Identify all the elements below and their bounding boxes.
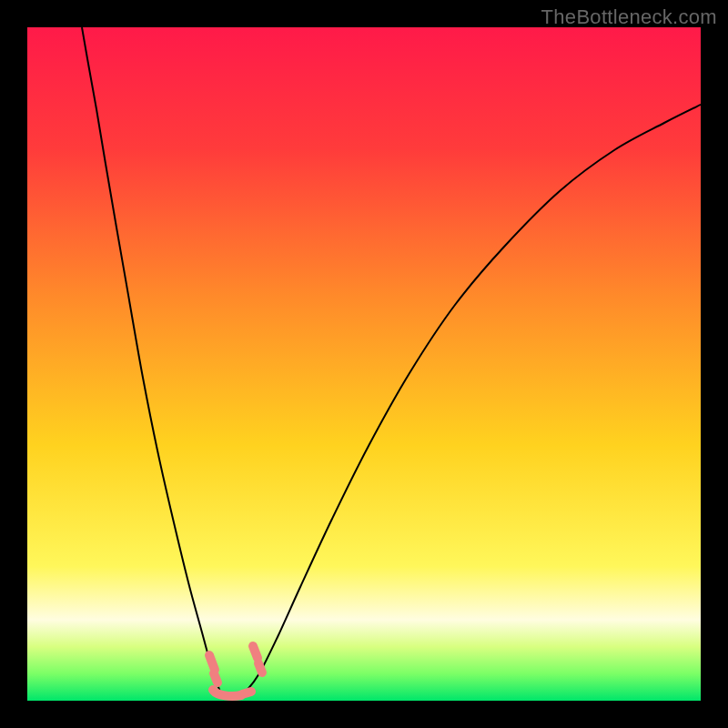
watermark-text: TheBottleneck.com: [541, 5, 717, 29]
valley-marker-4: [253, 646, 258, 658]
valley-marker-1: [214, 673, 217, 682]
chart-frame: TheBottleneck.com: [0, 0, 728, 728]
curve-right-branch: [237, 105, 701, 699]
valley-marker-3: [242, 692, 251, 694]
valley-marker-2: [213, 690, 241, 696]
curve-layer: [27, 27, 701, 701]
curve-left-branch: [82, 27, 224, 699]
valley-marker-5: [258, 663, 262, 672]
plot-area: [27, 27, 701, 701]
valley-marker-0: [209, 655, 215, 670]
